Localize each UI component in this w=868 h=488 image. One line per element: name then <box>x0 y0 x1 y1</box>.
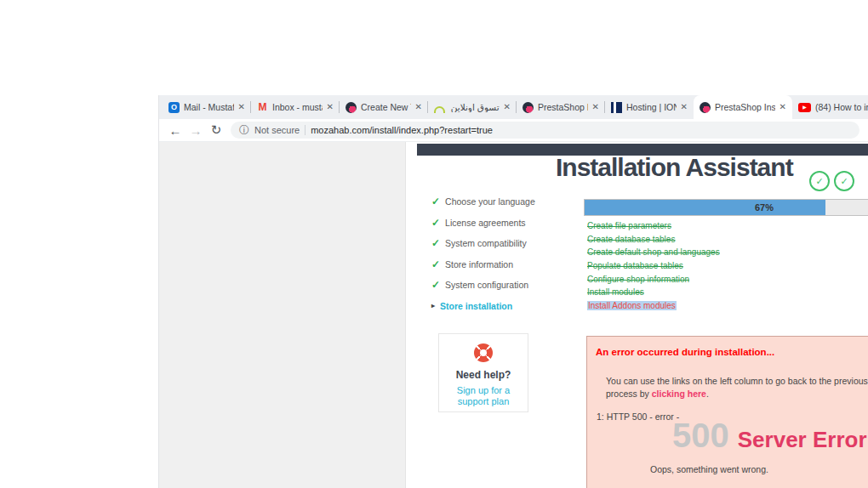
tab-prestashop-install-active[interactable]: PrestaShop Ins ✕ <box>694 95 792 119</box>
step-system-compatibility[interactable]: ✓ System compatibility <box>431 238 535 248</box>
caret-icon: ▸ <box>431 301 435 311</box>
tab-title: Inbox - mustaf <box>272 102 323 112</box>
task-done: Create default shop and languages <box>587 247 720 257</box>
info-icon[interactable]: ⓘ <box>239 123 249 138</box>
task-current-highlighted: Install Addons modules <box>587 301 677 310</box>
reload-icon[interactable]: ↻ <box>207 122 226 138</box>
prestashop-icon <box>523 102 534 113</box>
check-icon: ✓ <box>431 238 440 248</box>
tab-close-icon[interactable]: ✕ <box>779 103 786 111</box>
tab-close-icon[interactable]: ✕ <box>327 103 334 111</box>
progress-percent: 67% <box>585 200 868 215</box>
step-label: Choose your language <box>445 196 535 207</box>
tab-title: PrestaShop He <box>538 102 588 112</box>
tab-close-icon[interactable]: ✕ <box>681 103 688 111</box>
step-license-agreements[interactable]: ✓ License agreements <box>431 218 535 228</box>
play-icon: ▶ <box>802 105 807 110</box>
page-content: Installation Assistant ✓ ✓ ✓ Choose your… <box>159 142 868 488</box>
forward-icon[interactable]: → <box>186 123 205 138</box>
tab-hosting-ionos[interactable]: Hosting | IONO ✕ <box>605 95 694 119</box>
task-done: Create file parameters <box>587 221 671 230</box>
tab-inbox[interactable]: Inbox - mustaf ✕ <box>251 95 340 119</box>
need-help-card: Need help? Sign up for a support plan <box>438 333 528 412</box>
tab-close-icon[interactable]: ✕ <box>415 103 422 111</box>
installer-steps-nav: ✓ Choose your language ✓ License agreeme… <box>431 196 535 311</box>
support-link-line2: support plan <box>458 396 510 406</box>
task-done: Install modules <box>587 287 644 297</box>
http-error-line: 1: HTTP 500 - error - <box>597 411 679 422</box>
step-label: Store information <box>445 259 513 270</box>
installation-error-box: An error occurred during installation...… <box>586 336 868 488</box>
step-store-information[interactable]: ✓ Store information <box>431 259 535 270</box>
support-plan-link[interactable]: Sign up for a support plan <box>457 385 510 407</box>
omnibox-divider <box>305 125 306 135</box>
task-done: Configure shop information <box>587 275 689 284</box>
tab-title: تسوق اونلاين ل <box>449 102 500 112</box>
help-title: Need help? <box>456 369 511 381</box>
arc-icon <box>434 106 445 113</box>
server-error-banner: 500 Server Error <box>672 417 867 455</box>
tab-youtube[interactable]: ▶ (84) How to in <box>792 95 868 119</box>
check-icon: ✓ <box>431 218 440 228</box>
error-body-suffix: . <box>706 389 709 399</box>
tab-title: Hosting | IONO <box>626 102 677 112</box>
step-store-installation[interactable]: ▸ Store installation <box>431 301 535 311</box>
page-title: Installation Assistant <box>556 153 793 182</box>
outlook-icon <box>168 102 180 113</box>
back-icon[interactable]: ← <box>166 123 185 138</box>
prestashop-icon <box>345 102 357 113</box>
step-choose-language[interactable]: ✓ Choose your language <box>431 196 535 207</box>
prestashop-icon <box>700 102 711 113</box>
error-code-text: Server Error <box>738 427 867 453</box>
browser-toolbar: ← → ↻ ⓘ Not secure mozahab.com/install/i… <box>159 119 868 142</box>
check-icon: ✓ <box>431 259 440 270</box>
page-left-margin <box>159 142 406 488</box>
install-task-list: Create file parameters Create database t… <box>587 221 720 310</box>
lifebuoy-hole <box>480 349 487 356</box>
error-body-line1: You can use the links on the left column… <box>606 376 868 386</box>
tab-close-icon[interactable]: ✕ <box>504 103 511 111</box>
tab-strip: Mail - Mustafa ✕ Inbox - mustaf ✕ Create… <box>159 95 868 119</box>
oops-message: Oops, something went wrong. <box>650 464 768 474</box>
tab-create-new[interactable]: Create New To ✕ <box>340 95 428 119</box>
lifebuoy-icon <box>474 343 493 362</box>
url-text: mozahab.com/install/index.php?restart=tr… <box>311 125 493 135</box>
gmail-icon <box>257 102 268 113</box>
step-label: License agreements <box>445 218 526 228</box>
tab-title: Mail - Mustafa <box>184 102 234 112</box>
tab-title: Create New To <box>361 102 411 112</box>
not-secure-label: Not secure <box>254 125 300 135</box>
clicking-here-link[interactable]: clicking here <box>652 389 706 399</box>
youtube-icon: ▶ <box>798 103 811 112</box>
step-label: System configuration <box>445 280 528 290</box>
tab-close-icon[interactable]: ✕ <box>592 103 599 111</box>
tab-close-icon[interactable]: ✕ <box>238 103 245 111</box>
tab-title: PrestaShop Ins <box>715 102 775 112</box>
success-badge-icon: ✓ <box>834 171 854 191</box>
address-bar[interactable]: ⓘ Not secure mozahab.com/install/index.p… <box>231 122 859 139</box>
error-body-line2: process by <box>606 389 652 399</box>
tab-arabic-shop[interactable]: تسوق اونلاين ل ✕ <box>428 95 517 119</box>
error-heading: An error occurred during installation... <box>596 347 774 357</box>
task-done: Create database tables <box>587 235 675 244</box>
tab-prestashop-help[interactable]: PrestaShop He ✕ <box>517 95 605 119</box>
success-badge-icon: ✓ <box>809 171 830 191</box>
step-label: System compatibility <box>445 238 527 248</box>
error-body: You can use the links on the left column… <box>606 375 868 400</box>
check-icon: ✓ <box>431 280 440 290</box>
progress-bar: 67% <box>584 199 868 216</box>
ionos-icon <box>611 102 622 113</box>
browser-window: Mail - Mustafa ✕ Inbox - mustaf ✕ Create… <box>158 95 868 488</box>
task-done: Populate database tables <box>587 261 683 270</box>
step-label: Store installation <box>440 301 512 311</box>
step-system-configuration[interactable]: ✓ System configuration <box>431 280 535 290</box>
tab-mail[interactable]: Mail - Mustafa ✕ <box>163 95 251 119</box>
tab-title: (84) How to in <box>815 102 868 112</box>
error-code-500: 500 <box>672 417 729 455</box>
check-icon: ✓ <box>431 196 440 207</box>
support-link-line1: Sign up for a <box>457 385 510 395</box>
